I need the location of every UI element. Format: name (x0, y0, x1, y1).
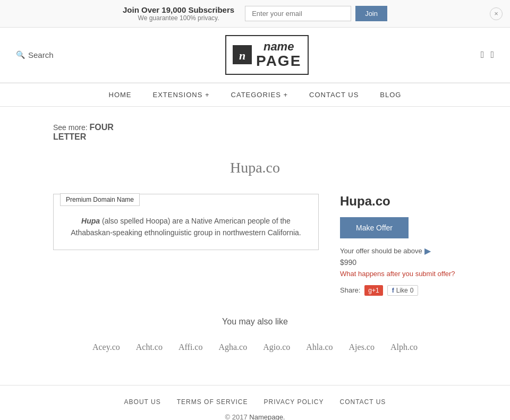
also-tld-4: .co (280, 342, 290, 352)
logo-icon: n (233, 45, 252, 64)
offer-note-text: Your offer should be above (340, 247, 422, 255)
also-tld-7: .co (407, 342, 418, 352)
domain-desc-em: Hupa (81, 217, 100, 225)
twitter-icon[interactable]:  (490, 49, 494, 61)
footer-copy: © 2017 Namepage. (11, 413, 499, 420)
top-banner: Join Over 19,000 Subscribers We guarante… (0, 0, 510, 28)
also-name-6: Ajes (349, 342, 364, 352)
also-tld-6: .co (364, 342, 375, 352)
list-item[interactable]: Agha.co (218, 339, 247, 353)
join-button[interactable]: Join (355, 6, 387, 21)
also-name-4: Agio (263, 342, 280, 352)
list-item[interactable]: Ahla.co (306, 339, 333, 353)
nav-extensions[interactable]: EXTENSIONS + (153, 91, 210, 99)
email-input[interactable] (245, 6, 351, 21)
list-item[interactable]: Acey.co (92, 339, 120, 353)
nav-categories[interactable]: CATEGORIES + (231, 91, 288, 99)
banner-sub: We guarantee 100% privacy. (123, 14, 234, 22)
banner-text: Join Over 19,000 Subscribers We guarante… (123, 5, 234, 22)
search-label: Search (28, 50, 54, 59)
nav-blog[interactable]: BLOG (380, 91, 401, 99)
domain-hero-name: Hupa.co (53, 152, 457, 178)
domain-desc-rest: (also spelled Hoopa) are a Native Americ… (71, 217, 301, 237)
main-nav: HOME EXTENSIONS + CATEGORIES + CONTACT U… (0, 83, 510, 107)
search-icon: 🔍 (16, 50, 25, 59)
domain-detail: Premium Domain Name Hupa (also spelled H… (53, 194, 457, 296)
facebook-icon[interactable]:  (481, 49, 484, 61)
facebook-like-button[interactable]: f Like 0 (387, 285, 419, 296)
domain-tld-hero: .co (262, 159, 280, 176)
also-tld-5: .co (322, 342, 333, 352)
search-area[interactable]: 🔍 Search (16, 50, 54, 59)
banner-main: Join Over 19,000 Subscribers (123, 5, 234, 14)
fb-like-label: Like (396, 287, 408, 294)
logo[interactable]: n name PAGE (225, 35, 309, 75)
see-more-label: See more: (53, 123, 88, 132)
domain-hero: Hupa.co (53, 152, 457, 178)
premium-badge: Premium Domain Name (60, 193, 140, 206)
list-item[interactable]: Alph.co (390, 339, 418, 353)
also-tld-2: .co (192, 342, 202, 352)
logo-box: n name PAGE (225, 35, 309, 75)
also-name-5: Ahla (306, 342, 322, 352)
see-more: See more: FOURLETTER (53, 123, 457, 142)
svg-text:n: n (239, 49, 245, 62)
nav-home[interactable]: HOME (109, 91, 132, 99)
domain-full-title: Hupa.co (340, 194, 457, 209)
domain-info-box: Premium Domain Name Hupa (also spelled H… (53, 194, 319, 250)
offer-link[interactable]: What happens after you submit offer? (340, 270, 457, 278)
logo-text: name PAGE (256, 40, 301, 70)
fb-count: 0 (410, 287, 414, 294)
also-like-section: You may also like Acey.co Acht.co Affi.c… (53, 317, 457, 353)
offer-amount: $990 (340, 258, 457, 267)
logo-page: PAGE (256, 53, 301, 70)
also-tld-0: .co (110, 342, 120, 352)
also-name-7: Alph (390, 342, 407, 352)
list-item[interactable]: Acht.co (136, 339, 163, 353)
site-footer: ABOUT US TERMS OF SERVICE PRIVACY POLICY… (0, 385, 510, 420)
share-label: Share: (340, 286, 360, 294)
google-plus-button[interactable]: g+1 (364, 285, 382, 296)
also-tld-1: .co (152, 342, 163, 352)
close-button[interactable]: × (490, 7, 503, 20)
domain-offer-panel: Hupa.co Make Offer Your offer should be … (340, 194, 457, 296)
list-item[interactable]: Affi.co (178, 339, 202, 353)
nav-contact[interactable]: CONTACT US (309, 91, 359, 99)
also-name-1: Acht (136, 342, 152, 352)
logo-name: name (256, 40, 301, 53)
footer-copy-year: © 2017 (225, 413, 248, 420)
share-row: Share: g+1 f Like 0 (340, 285, 457, 296)
footer-contact[interactable]: CONTACT US (339, 398, 386, 406)
also-like-grid: Acey.co Acht.co Affi.co Agha.co Agio.co … (53, 339, 457, 353)
also-like-title: You may also like (53, 317, 457, 327)
fb-icon: f (392, 287, 394, 294)
site-header: 🔍 Search n name PAGE   (0, 28, 510, 83)
footer-about[interactable]: ABOUT US (124, 398, 161, 406)
domain-description: Hupa (also spelled Hoopa) are a Native A… (54, 207, 318, 250)
domain-name-main: Hupa (230, 159, 262, 176)
offer-arrow-icon: ▶ (424, 246, 431, 256)
main-content: See more: FOURLETTER Hupa.co Premium Dom… (42, 107, 468, 385)
footer-privacy[interactable]: PRIVACY POLICY (264, 398, 324, 406)
also-tld-3: .co (237, 342, 247, 352)
social-icons:   (481, 49, 494, 61)
list-item[interactable]: Ajes.co (349, 339, 375, 353)
footer-brand-link[interactable]: Namepage. (249, 413, 285, 420)
footer-terms[interactable]: TERMS OF SERVICE (177, 398, 248, 406)
footer-links: ABOUT US TERMS OF SERVICE PRIVACY POLICY… (11, 398, 499, 406)
also-name-3: Agha (218, 342, 237, 352)
make-offer-button[interactable]: Make Offer (340, 217, 409, 238)
offer-note: Your offer should be above ▶ (340, 246, 457, 256)
also-name-0: Acey (92, 342, 110, 352)
also-name-2: Affi (178, 342, 192, 352)
list-item[interactable]: Agio.co (263, 339, 290, 353)
banner-form: Join (245, 6, 387, 21)
